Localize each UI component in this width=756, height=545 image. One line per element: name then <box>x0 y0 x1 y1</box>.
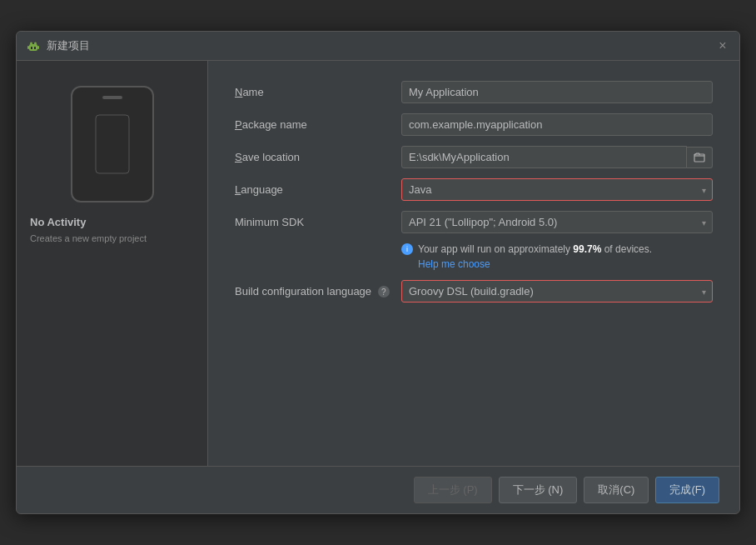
language-select[interactable]: JavaKotlin <box>401 178 713 201</box>
name-label: Name <box>235 86 401 98</box>
svg-point-1 <box>30 42 32 45</box>
save-location-input[interactable] <box>401 146 687 168</box>
svg-rect-7 <box>96 115 129 173</box>
build-config-select[interactable]: Groovy DSL (build.gradle)Kotlin DSL (bui… <box>401 280 713 302</box>
build-config-label: Build configuration language ? <box>235 285 401 298</box>
language-select-wrap: JavaKotlin ▾ <box>401 178 713 201</box>
close-button[interactable]: × <box>716 39 729 52</box>
save-location-wrap <box>401 146 713 168</box>
svg-rect-4 <box>37 46 39 49</box>
language-row: Language JavaKotlin ▾ <box>235 178 713 201</box>
dialog-footer: 上一步 (P) 下一步 (N) 取消(C) 完成(F) <box>17 466 739 513</box>
browse-folder-button[interactable] <box>687 147 713 168</box>
svg-rect-3 <box>27 46 29 49</box>
build-config-row: Build configuration language ? Groovy DS… <box>235 280 713 302</box>
svg-rect-6 <box>34 47 36 49</box>
svg-point-2 <box>34 42 37 45</box>
device-coverage-line: i Your app will run on approximately 99.… <box>401 243 713 255</box>
name-input[interactable] <box>401 81 713 103</box>
cancel-button[interactable]: 取消(C) <box>584 477 649 503</box>
svg-rect-8 <box>694 154 704 162</box>
build-config-help-icon[interactable]: ? <box>378 286 390 298</box>
no-activity-title: No Activity <box>30 216 194 228</box>
svg-rect-0 <box>29 44 37 51</box>
prev-button[interactable]: 上一步 (P) <box>414 477 492 503</box>
minimum-sdk-row: Minimum SDK API 21 ("Lollipop"; Android … <box>235 211 713 233</box>
package-name-row: Package name <box>235 113 713 136</box>
svg-rect-5 <box>31 47 32 49</box>
save-location-row: Save location <box>235 146 713 168</box>
phone-preview <box>71 86 154 202</box>
next-button[interactable]: 下一步 (N) <box>499 477 578 503</box>
minimum-sdk-select-wrap: API 21 ("Lollipop"; Android 5.0)API 23AP… <box>401 211 713 233</box>
no-activity-description: Creates a new empty project <box>30 233 194 243</box>
name-input-wrap <box>401 81 713 103</box>
finish-button[interactable]: 完成(F) <box>655 477 719 503</box>
language-label: Language <box>235 183 401 196</box>
device-coverage-text: Your app will run on approximately 99.7%… <box>418 243 652 255</box>
info-icon: i <box>401 243 413 255</box>
package-input-wrap <box>401 113 713 136</box>
title-bar: 新建项目 × <box>17 32 739 61</box>
minimum-sdk-select[interactable]: API 21 ("Lollipop"; Android 5.0)API 23AP… <box>401 211 713 233</box>
left-panel: No Activity Creates a new empty project <box>17 61 208 466</box>
package-input[interactable] <box>401 113 713 136</box>
android-icon <box>27 39 40 52</box>
right-panel: Name Package name Save location <box>208 61 739 466</box>
build-config-select-wrap: Groovy DSL (build.gradle)Kotlin DSL (bui… <box>401 280 713 302</box>
minimum-sdk-label: Minimum SDK <box>235 216 401 228</box>
name-row: Name <box>235 81 713 103</box>
package-label: Package name <box>235 118 401 131</box>
new-project-dialog: 新建项目 × No Activity Creates a new empty p… <box>16 31 740 514</box>
device-info-row: i Your app will run on approximately 99.… <box>401 243 713 270</box>
help-me-choose-link[interactable]: Help me choose <box>418 258 490 270</box>
save-location-label: Save location <box>235 151 401 163</box>
dialog-body: No Activity Creates a new empty project … <box>17 61 739 466</box>
dialog-title: 新建项目 <box>47 38 716 53</box>
